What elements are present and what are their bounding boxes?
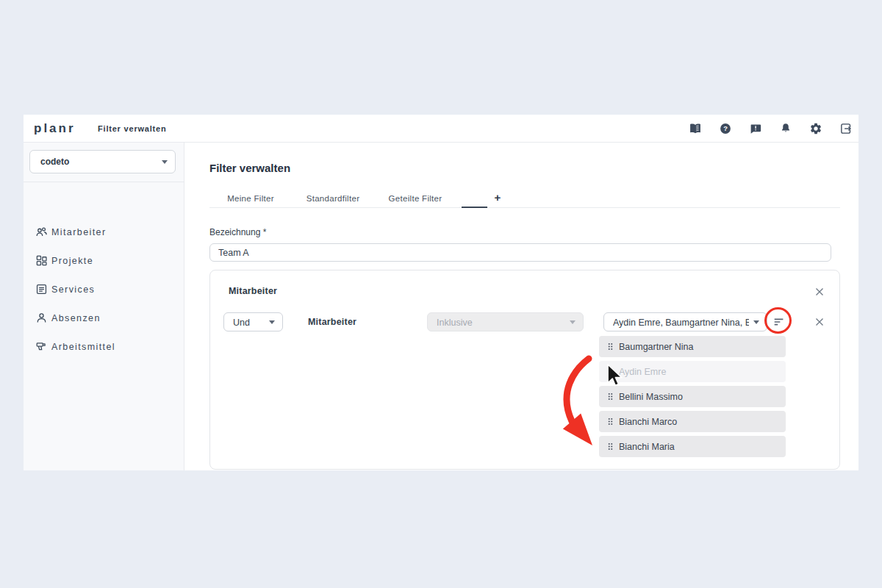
condition-field-label: Mitarbeiter bbox=[308, 317, 356, 327]
remove-condition-icon[interactable] bbox=[814, 317, 825, 327]
sidebar-item-services[interactable]: Services bbox=[24, 279, 184, 301]
feedback-icon[interactable] bbox=[749, 122, 762, 135]
grid-icon bbox=[35, 254, 48, 267]
tab-standardfilter[interactable]: Standardfilter bbox=[292, 190, 374, 207]
sidebar-item-label: Services bbox=[51, 284, 95, 295]
help-icon[interactable]: ? bbox=[719, 122, 732, 135]
settings-icon[interactable] bbox=[809, 122, 822, 135]
employee-name: Bianchi Maria bbox=[619, 442, 675, 452]
employee-list-item[interactable]: Baumgartner Nina bbox=[599, 336, 786, 357]
chevron-down-icon bbox=[269, 320, 275, 324]
employees-multiselect[interactable]: Aydin Emre, Baumgartner Nina, Belli... bbox=[603, 312, 767, 331]
employee-name: Baumgartner Nina bbox=[619, 342, 693, 352]
page-title: Filter verwalten bbox=[209, 162, 290, 174]
employee-list-item[interactable]: Bellini Massimo bbox=[599, 386, 786, 407]
employee-name: Bianchi Marco bbox=[619, 417, 677, 427]
workspace-select-value: codeto bbox=[40, 157, 69, 167]
sidebar-divider bbox=[24, 182, 184, 182]
tool-icon bbox=[35, 340, 48, 353]
tabs-bottom-border bbox=[209, 207, 840, 208]
employee-name: Aydin Emre bbox=[619, 367, 666, 377]
tab-geteilte-filter[interactable]: Geteilte Filter bbox=[374, 190, 456, 207]
mode-select-placeholder: Inklusive bbox=[437, 318, 473, 328]
filter-group-card: Mitarbeiter Und Mitarbeiter Inklusive Ay… bbox=[209, 270, 840, 470]
drag-handle-icon[interactable] bbox=[608, 343, 613, 351]
employees-multiselect-value: Aydin Emre, Baumgartner Nina, Belli... bbox=[613, 318, 749, 328]
document-icon bbox=[35, 283, 48, 295]
sidebar-item-absenzen[interactable]: Absenzen bbox=[24, 307, 184, 329]
sidebar-item-arbeitsmittel[interactable]: Arbeitsmittel bbox=[24, 336, 184, 358]
sidebar-item-label: Projekte bbox=[51, 256, 93, 266]
remove-group-icon[interactable] bbox=[814, 287, 825, 297]
sidebar-item-label: Mitarbeiter bbox=[51, 227, 106, 237]
employee-list-item-dragging[interactable]: Aydin Emre bbox=[599, 361, 786, 382]
chevron-down-icon bbox=[570, 320, 576, 324]
name-input[interactable] bbox=[209, 243, 831, 262]
sidebar-item-label: Absenzen bbox=[51, 313, 101, 323]
sidebar-item-mitarbeiter[interactable]: Mitarbeiter bbox=[24, 221, 184, 243]
people-icon bbox=[35, 226, 48, 238]
topbar-page-title: Filter verwalten bbox=[98, 124, 167, 133]
sort-icon bbox=[772, 315, 786, 329]
tab-new-filter[interactable]: + bbox=[456, 190, 539, 207]
app-window: planr Filter verwalten ? bbox=[24, 115, 858, 470]
drag-handle-icon[interactable] bbox=[608, 392, 613, 401]
operator-select[interactable]: Und bbox=[223, 312, 283, 331]
drag-handle-icon[interactable] bbox=[608, 368, 613, 376]
active-tab-underline bbox=[462, 207, 487, 208]
tab-bar: Meine Filter Standardfilter Geteilte Fil… bbox=[209, 190, 539, 207]
person-icon bbox=[35, 312, 48, 324]
employee-list-item[interactable]: Bianchi Marco bbox=[599, 411, 786, 432]
drag-handle-icon[interactable] bbox=[608, 417, 613, 426]
page-background: { "colors": { "page_bg": "#e9edf4", "ann… bbox=[0, 0, 882, 588]
name-field-label: Bezeichnung * bbox=[209, 227, 266, 237]
employee-list-item[interactable]: Bianchi Maria bbox=[599, 436, 786, 457]
sidebar: codeto Mitarbeiter Projekte Services bbox=[24, 143, 184, 470]
tab-meine-filter[interactable]: Meine Filter bbox=[209, 190, 292, 207]
chevron-down-icon bbox=[162, 160, 168, 164]
sidebar-item-projekte[interactable]: Projekte bbox=[24, 250, 184, 272]
chevron-down-icon bbox=[753, 320, 759, 324]
manual-icon[interactable] bbox=[689, 122, 702, 135]
employee-name: Bellini Massimo bbox=[619, 392, 683, 402]
topbar: planr Filter verwalten ? bbox=[24, 115, 858, 143]
sort-order-button[interactable] bbox=[770, 313, 789, 331]
svg-text:?: ? bbox=[723, 125, 728, 132]
drag-handle-icon[interactable] bbox=[608, 442, 613, 451]
operator-select-value: Und bbox=[233, 318, 250, 328]
filter-group-title: Mitarbeiter bbox=[229, 286, 277, 296]
app-logo: planr bbox=[34, 121, 76, 136]
logout-icon[interactable] bbox=[839, 122, 853, 135]
topbar-icons: ? bbox=[689, 115, 853, 142]
notifications-icon[interactable] bbox=[779, 122, 792, 135]
mode-select[interactable]: Inklusive bbox=[427, 312, 584, 331]
sidebar-item-label: Arbeitsmittel bbox=[51, 342, 115, 352]
workspace-select[interactable]: codeto bbox=[29, 150, 176, 173]
